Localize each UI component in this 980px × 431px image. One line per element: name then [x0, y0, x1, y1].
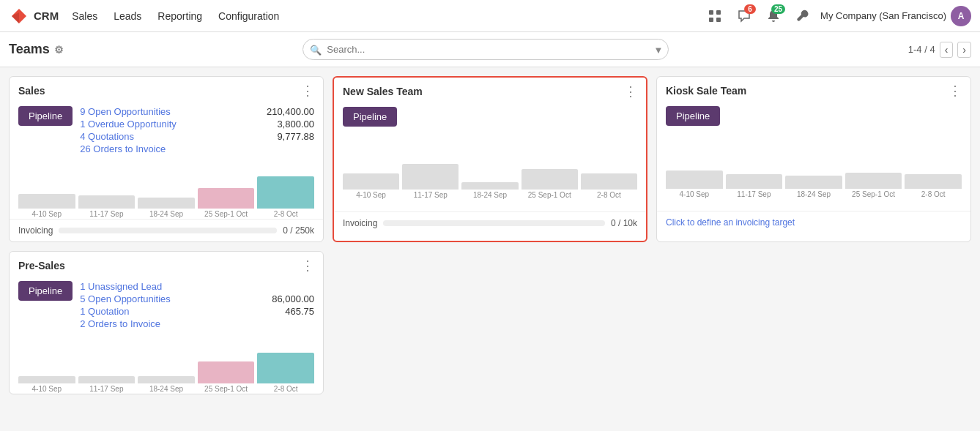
pipeline-btn-new-sales[interactable]: Pipeline: [343, 107, 397, 127]
card-menu-kiosk[interactable]: ⋮: [949, 84, 962, 97]
chart-sales: 4-10 Sep 11-17 Sep 18-24 Sep 25 Sep-1 Oc…: [10, 160, 323, 219]
company-selector[interactable]: My Company (San Francisco) A: [820, 6, 971, 26]
card-title-new-sales: New Sales Team: [343, 86, 423, 97]
page-title: Teams: [9, 42, 50, 57]
top-navigation: CRM Sales Leads Reporting Configuration …: [0, 0, 980, 32]
chart-bars-kiosk: [666, 145, 962, 189]
stat-link-3[interactable]: 26 Orders to Invoice: [80, 143, 166, 154]
user-avatar: A: [951, 6, 971, 26]
nav-menu: Sales Leads Reporting Configuration: [64, 7, 703, 25]
chart-group-ns-2: [461, 182, 518, 190]
chart-group-ps-1: [78, 376, 136, 383]
stat-link-2[interactable]: 4 Quotations: [80, 131, 134, 142]
bell-badge: 25: [771, 4, 785, 14]
search-dropdown-icon[interactable]: ▼: [653, 44, 663, 55]
grid-icon: [708, 10, 721, 23]
card-title-sales: Sales: [18, 85, 45, 97]
chart-group-ps-3: [198, 361, 255, 383]
pipeline-btn-sales[interactable]: Pipeline: [18, 106, 73, 126]
card-body-new-sales: Pipeline: [334, 102, 646, 131]
nav-sales[interactable]: Sales: [64, 7, 105, 25]
chart-group-0: [18, 194, 75, 209]
bar-ns-0: [343, 173, 399, 190]
stat-link-ps-3[interactable]: 2 Orders to Invoice: [80, 318, 160, 329]
pagination-info: 1-4 / 4: [908, 44, 935, 55]
search-area: 🔍 ▼: [302, 39, 669, 60]
grid-icon-btn[interactable]: [703, 4, 727, 28]
page-title-area: Teams ⚙: [9, 42, 64, 57]
stat-val-2: 9,777.88: [277, 131, 314, 142]
next-page-button[interactable]: ›: [957, 42, 971, 58]
bar-ns-2: [461, 182, 518, 190]
stat-link-ps-1[interactable]: 5 Open Opportunities: [80, 293, 171, 304]
search-input[interactable]: [302, 39, 669, 60]
chart-label-k-2: 18-24 Sep: [785, 190, 842, 198]
stat-row-0: 9 Open Opportunities 210,400.00: [80, 106, 314, 117]
progress-track-new-sales: [383, 220, 605, 226]
stat-link-0[interactable]: 9 Open Opportunities: [80, 106, 171, 117]
chart-group-k-3: [845, 173, 902, 189]
nav-leads[interactable]: Leads: [106, 7, 149, 25]
card-menu-pre-sales[interactable]: ⋮: [301, 259, 314, 272]
bar-4: [257, 176, 314, 209]
team-card-new-sales: New Sales Team ⋮ Pipeline 4-10 Sep 11-17…: [333, 76, 647, 242]
card-body-kiosk: Pipeline: [657, 102, 970, 130]
bar-2: [138, 198, 195, 209]
pipeline-btn-kiosk[interactable]: Pipeline: [666, 106, 720, 126]
stat-link-ps-2[interactable]: 1 Quotation: [80, 306, 129, 317]
chart-label-3: 25 Sep-1 Oct: [198, 210, 255, 218]
card-title-kiosk: Kiosk Sale Team: [666, 85, 746, 97]
stat-row-ps-2: 1 Quotation 465.75: [80, 306, 314, 317]
chart-group-ns-1: [402, 164, 459, 190]
invoicing-progress-new-sales: 0 / 10k: [611, 218, 637, 228]
messages-icon-btn[interactable]: 6: [732, 4, 756, 28]
stat-row-2: 4 Quotations 9,777.88: [80, 131, 314, 142]
svg-rect-4: [709, 18, 713, 22]
chart-group-3: [198, 188, 255, 209]
chart-group-k-1: [726, 174, 783, 189]
chart-group-ps-4: [257, 353, 314, 383]
nav-reporting[interactable]: Reporting: [150, 7, 209, 25]
pipeline-btn-pre-sales[interactable]: Pipeline: [18, 281, 73, 301]
chart-labels-new-sales: 4-10 Sep 11-17 Sep 18-24 Sep 25 Sep-1 Oc…: [343, 190, 637, 200]
card-stats-sales: 9 Open Opportunities 210,400.00 1 Overdu…: [80, 106, 314, 156]
card-header-sales: Sales ⋮: [10, 77, 323, 102]
app-name: CRM: [34, 10, 59, 22]
chart-label-1: 11-17 Sep: [78, 210, 136, 218]
stat-link-ps-0[interactable]: 1 Unassigned Lead: [80, 281, 162, 292]
settings-gear-icon[interactable]: ⚙: [54, 44, 64, 56]
wrench-icon-btn[interactable]: [791, 4, 814, 28]
chart-group-4: [257, 176, 314, 209]
bar-0: [18, 194, 75, 209]
chart-group-ns-0: [343, 173, 399, 190]
teams-grid: Sales ⋮ Pipeline 9 Open Opportunities 21…: [0, 67, 980, 403]
bar-k-4: [905, 174, 962, 189]
bar-ps-3: [198, 361, 255, 383]
stat-row-3: 26 Orders to Invoice: [80, 143, 314, 154]
invoicing-progress-sales: 0 / 250k: [283, 225, 314, 236]
pagination-area: 1-4 / 4 ‹ ›: [908, 42, 971, 58]
chart-bars-new-sales: [343, 146, 637, 190]
invoicing-label-new-sales: Invoicing: [343, 218, 377, 228]
nav-configuration[interactable]: Configuration: [211, 7, 286, 25]
chart-pre-sales: 4-10 Sep 11-17 Sep 18-24 Sep 25 Sep-1 Oc…: [10, 335, 323, 394]
card-header-kiosk: Kiosk Sale Team ⋮: [657, 77, 970, 102]
chart-label-ps-4: 2-8 Oct: [257, 385, 314, 393]
card-menu-sales[interactable]: ⋮: [301, 84, 314, 97]
invoicing-bar-kiosk: Click to define an invoicing target: [657, 211, 970, 233]
stat-val-ps-1: 86,000.00: [272, 293, 314, 304]
bell-icon-btn[interactable]: 25: [762, 4, 785, 28]
prev-page-button[interactable]: ‹: [940, 42, 954, 58]
card-stats-pre-sales: 1 Unassigned Lead 5 Open Opportunities 8…: [80, 281, 314, 331]
team-card-sales: Sales ⋮ Pipeline 9 Open Opportunities 21…: [9, 76, 324, 242]
bar-k-2: [785, 176, 842, 189]
define-invoicing-target-link[interactable]: Click to define an invoicing target: [666, 217, 795, 228]
card-header-pre-sales: Pre-Sales ⋮: [10, 252, 323, 277]
card-menu-new-sales[interactable]: ⋮: [624, 85, 637, 98]
chart-group-1: [78, 195, 136, 209]
chart-bars-sales: [18, 165, 314, 209]
chart-label-4: 2-8 Oct: [257, 210, 314, 218]
stat-link-1[interactable]: 1 Overdue Opportunity: [80, 119, 177, 130]
bar-ps-4: [257, 353, 314, 383]
chart-label-k-4: 2-8 Oct: [905, 190, 962, 198]
